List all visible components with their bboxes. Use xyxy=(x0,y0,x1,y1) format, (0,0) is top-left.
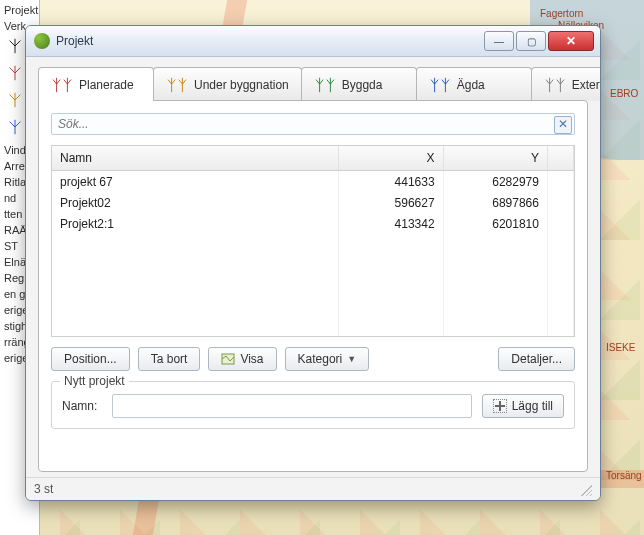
turbine-icon xyxy=(314,76,336,94)
category-button[interactable]: Kategori ▼ xyxy=(285,347,370,371)
turbine-icon xyxy=(6,64,24,82)
col-header-y[interactable]: Y xyxy=(443,146,547,171)
cell-y: 6282979 xyxy=(443,171,547,193)
cell-y: 6201810 xyxy=(443,213,547,234)
tab-label: Byggda xyxy=(342,78,383,92)
show-button[interactable]: Visa xyxy=(208,347,276,371)
minimize-button[interactable]: — xyxy=(484,31,514,51)
position-button[interactable]: Position... xyxy=(51,347,130,371)
titlebar[interactable]: Projekt — ▢ ✕ xyxy=(26,26,600,57)
tab-agda[interactable]: Ägda xyxy=(416,67,532,101)
tab-strip: Planerade Under byggnation Byggda xyxy=(38,67,588,101)
table-row[interactable]: projekt 67 441633 6282979 xyxy=(52,171,574,193)
col-header-name[interactable]: Namn xyxy=(52,146,339,171)
map-label: ISEKE xyxy=(606,342,635,353)
turbine-icon xyxy=(51,76,73,94)
plus-icon xyxy=(493,399,507,413)
maximize-button[interactable]: ▢ xyxy=(516,31,546,51)
category-button-label: Kategori xyxy=(298,352,343,366)
name-label: Namn: xyxy=(62,399,102,413)
cell-name: Projekt2:1 xyxy=(52,213,339,234)
col-header-spare xyxy=(547,146,573,171)
show-button-label: Visa xyxy=(240,352,263,366)
tab-under-byggnation[interactable]: Under byggnation xyxy=(153,67,302,101)
tab-externa[interactable]: Externa xyxy=(531,67,601,101)
details-button[interactable]: Detaljer... xyxy=(498,347,575,371)
cell-name: projekt 67 xyxy=(52,171,339,193)
cell-name: Projekt02 xyxy=(52,192,339,213)
turbine-icon xyxy=(544,76,566,94)
clear-search-button[interactable]: ✕ xyxy=(554,116,572,134)
new-project-name-input[interactable] xyxy=(112,394,472,418)
map-label: Torsäng xyxy=(606,470,642,481)
table-row[interactable]: Projekt2:1 413342 6201810 xyxy=(52,213,574,234)
tab-panel-planerade: ✕ Namn X Y projekt 67 xyxy=(38,100,588,472)
close-button[interactable]: ✕ xyxy=(548,31,594,51)
turbine-icon xyxy=(166,76,188,94)
cell-x: 441633 xyxy=(339,171,443,193)
turbine-icon xyxy=(429,76,451,94)
tab-planerade[interactable]: Planerade xyxy=(38,67,154,101)
turbine-icon xyxy=(6,118,24,136)
add-project-button[interactable]: Lägg till xyxy=(482,394,564,418)
tab-label: Ägda xyxy=(457,78,485,92)
map-label: EBRO xyxy=(610,88,638,99)
project-grid[interactable]: Namn X Y projekt 67 441633 6282979 xyxy=(51,145,575,337)
sidebar-label[interactable]: Projekt xyxy=(0,2,39,18)
remove-button[interactable]: Ta bort xyxy=(138,347,201,371)
status-count: 3 st xyxy=(34,482,53,496)
turbine-icon xyxy=(6,91,24,109)
tab-label: Under byggnation xyxy=(194,78,289,92)
map-icon xyxy=(221,353,235,365)
map-label: Fagertorn xyxy=(540,8,583,19)
add-button-label: Lägg till xyxy=(512,399,553,413)
cell-y: 6897866 xyxy=(443,192,547,213)
tab-label: Externa xyxy=(572,78,601,92)
new-project-fieldset: Nytt projekt Namn: Lägg till xyxy=(51,381,575,429)
col-header-x[interactable]: X xyxy=(339,146,443,171)
table-row[interactable]: Projekt02 596627 6897866 xyxy=(52,192,574,213)
projekt-dialog: Projekt — ▢ ✕ Planerade Under byggnation xyxy=(25,25,601,501)
app-icon xyxy=(34,33,50,49)
cell-x: 596627 xyxy=(339,192,443,213)
chevron-down-icon: ▼ xyxy=(347,354,356,364)
tab-label: Planerade xyxy=(79,78,134,92)
new-project-legend: Nytt projekt xyxy=(60,374,129,388)
resize-grip[interactable] xyxy=(578,482,592,496)
turbine-icon xyxy=(6,37,24,55)
tab-byggda[interactable]: Byggda xyxy=(301,67,417,101)
cell-x: 413342 xyxy=(339,213,443,234)
window-title: Projekt xyxy=(56,34,482,48)
search-input[interactable] xyxy=(51,113,575,135)
status-bar: 3 st xyxy=(26,477,600,500)
